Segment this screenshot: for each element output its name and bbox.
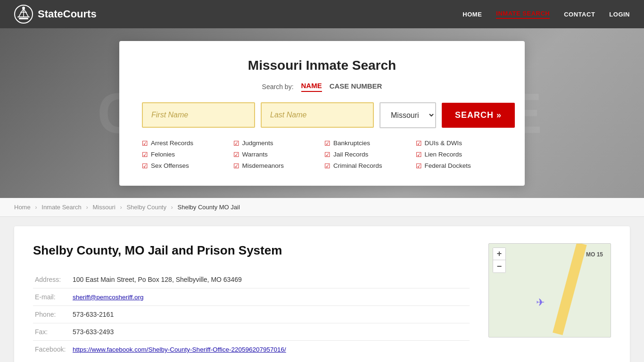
- checklist-item: ☑Bankruptcies: [324, 139, 411, 148]
- facebook-label: Facebook:: [33, 341, 71, 358]
- map-pin: ✈: [536, 296, 545, 309]
- email-link[interactable]: sheriff@pemcosheriff.org: [73, 294, 144, 301]
- check-icon: ☑: [233, 140, 239, 147]
- map-zoom-in[interactable]: +: [493, 248, 505, 260]
- site-name: StateCourts: [38, 8, 97, 20]
- checklist-item: ☑Criminal Records: [324, 161, 411, 171]
- check-icon: ☑: [142, 151, 148, 158]
- svg-rect-1: [19, 18, 28, 19]
- map-road: [553, 243, 586, 335]
- fax-row: Fax: 573-633-2493: [33, 323, 470, 341]
- nav-login[interactable]: LOGIN: [609, 11, 630, 18]
- crumb-sep-2: ›: [86, 204, 88, 211]
- phone-row: Phone: 573-633-2161: [33, 306, 470, 323]
- nav-home[interactable]: HOME: [462, 11, 482, 18]
- logo-icon: [14, 5, 33, 24]
- main-content: Shelby County, MO Jail and Prison System…: [0, 217, 644, 362]
- checklist-grid: ☑Arrest Records☑Judgments☑Bankruptcies☑D…: [142, 139, 502, 171]
- checklist-item: ☑Arrest Records: [142, 139, 229, 148]
- fax-value: 573-633-2493: [71, 323, 470, 341]
- info-left: Shelby County, MO Jail and Prison System…: [33, 243, 470, 358]
- check-icon: ☑: [416, 151, 422, 158]
- jail-title: Shelby County, MO Jail and Prison System: [33, 243, 470, 258]
- checklist-item: ☑Felonies: [142, 150, 229, 159]
- site-header: StateCourts HOME INMATE SEARCH CONTACT L…: [0, 0, 644, 28]
- map-controls: + −: [493, 247, 506, 273]
- main-nav: HOME INMATE SEARCH CONTACT LOGIN: [462, 10, 630, 19]
- checklist-item: ☑Warrants: [233, 150, 320, 159]
- checklist-item: ☑Jail Records: [324, 150, 411, 159]
- check-icon: ☑: [233, 151, 239, 158]
- address-label: Address:: [33, 271, 71, 288]
- address-value: 100 East Main Street, Po Box 128, Shelby…: [71, 271, 470, 288]
- first-name-input[interactable]: [142, 102, 255, 128]
- breadcrumb-home[interactable]: Home: [14, 204, 31, 211]
- search-title: Missouri Inmate Search: [142, 58, 502, 73]
- search-by-row: Search by: NAME CASE NUMBER: [142, 82, 502, 92]
- breadcrumb-inmate-search[interactable]: Inmate Search: [41, 204, 82, 211]
- phone-value: 573-633-2161: [71, 306, 470, 323]
- facebook-value: https://www.facebook.com/Shelby-County-S…: [71, 341, 470, 358]
- checklist-item: ☑Judgments: [233, 139, 320, 148]
- checklist-item: ☑Lien Records: [416, 150, 503, 159]
- facebook-link[interactable]: https://www.facebook.com/Shelby-County-S…: [73, 346, 286, 353]
- check-icon: ☑: [142, 162, 148, 170]
- crumb-sep-1: ›: [35, 204, 37, 211]
- svg-rect-2: [17, 16, 30, 17]
- fax-label: Fax:: [33, 323, 71, 341]
- checklist-item: ☑Sex Offenses: [142, 161, 229, 171]
- map-zoom-out[interactable]: −: [493, 260, 505, 272]
- breadcrumb-county[interactable]: Shelby County: [126, 204, 166, 211]
- crumb-sep-4: ›: [171, 204, 173, 211]
- logo[interactable]: StateCourts: [14, 5, 97, 24]
- last-name-input[interactable]: [261, 102, 374, 128]
- checklist-item: ☑Federal Dockets: [416, 161, 503, 171]
- checklist-item: ☑Misdemeanors: [233, 161, 320, 171]
- map-area: + − MO 15 ✈: [488, 243, 611, 337]
- breadcrumb-current: Shelby County MO Jail: [178, 204, 240, 211]
- facebook-row: Facebook: https://www.facebook.com/Shelb…: [33, 341, 470, 358]
- check-icon: ☑: [324, 140, 330, 147]
- address-row: Address: 100 East Main Street, Po Box 12…: [33, 271, 470, 288]
- check-icon: ☑: [324, 162, 330, 170]
- nav-contact[interactable]: CONTACT: [564, 11, 595, 18]
- check-icon: ☑: [416, 162, 422, 170]
- jail-info-card: Shelby County, MO Jail and Prison System…: [14, 226, 630, 362]
- nav-inmate-search[interactable]: INMATE SEARCH: [496, 10, 550, 19]
- search-by-label: Search by:: [262, 83, 294, 90]
- email-label: E-mail:: [33, 288, 71, 306]
- state-select[interactable]: Missouri: [380, 102, 436, 128]
- breadcrumb-state[interactable]: Missouri: [92, 204, 115, 211]
- jail-details-table: Address: 100 East Main Street, Po Box 12…: [33, 271, 470, 358]
- search-button[interactable]: SEARCH »: [442, 103, 515, 128]
- email-row: E-mail: sheriff@pemcosheriff.org: [33, 288, 470, 306]
- check-icon: ☑: [233, 162, 239, 170]
- map-road-label: MO 15: [586, 251, 603, 258]
- search-inputs-row: Missouri SEARCH »: [142, 102, 502, 128]
- search-card: Missouri Inmate Search Search by: NAME C…: [119, 41, 525, 186]
- checklist-item: ☑DUIs & DWIs: [416, 139, 503, 148]
- check-icon: ☑: [324, 151, 330, 158]
- crumb-sep-3: ›: [120, 204, 122, 211]
- hero-section: COURTHOUSE Missouri Inmate Search Search…: [0, 28, 644, 198]
- check-icon: ☑: [142, 140, 148, 147]
- breadcrumb: Home › Inmate Search › Missouri › Shelby…: [0, 198, 644, 217]
- phone-label: Phone:: [33, 306, 71, 323]
- tab-case-number[interactable]: CASE NUMBER: [330, 82, 382, 91]
- email-value: sheriff@pemcosheriff.org: [71, 288, 470, 306]
- check-icon: ☑: [416, 140, 422, 147]
- svg-point-7: [22, 7, 25, 9]
- tab-name[interactable]: NAME: [301, 82, 322, 92]
